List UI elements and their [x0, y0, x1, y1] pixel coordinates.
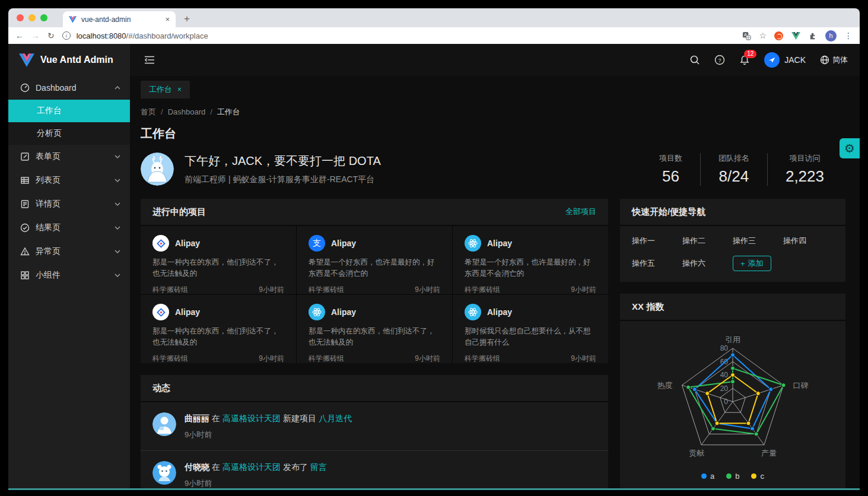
sidebar-item-exception[interactable]: 异常页 [8, 240, 130, 263]
search-icon[interactable] [689, 55, 700, 65]
radar-panel-title: XX 指数 [632, 301, 664, 313]
project-group[interactable]: 科学搬砖组 [152, 285, 188, 295]
quicknav-link-2[interactable]: 操作二 [682, 236, 733, 246]
breadcrumb: 首页/Dashboard/工作台 [141, 107, 845, 117]
project-name[interactable]: Alipay [331, 239, 356, 248]
reload-icon[interactable]: ↻ [47, 31, 55, 40]
project-card[interactable]: Alipay那是一种内在的东西，他们到达不了，也无法触及的科学搬砖组9小时前 [141, 226, 296, 294]
extensions-puzzle-icon[interactable] [808, 31, 818, 40]
gear-icon: ⚙ [844, 141, 855, 155]
quicknav-link-5[interactable]: 操作五 [632, 258, 682, 269]
address-bar[interactable]: i localhost:8080/#/dashboard/workplace [62, 31, 735, 40]
project-card[interactable]: Alipay那是一种内在的东西，他们到达不了，也无法触及的科学搬砖组9小时前 [141, 295, 296, 363]
project-card[interactable]: Alipay那是一种内在的东西，他们到达不了，也无法触及的科学搬砖组9小时前 [297, 295, 452, 363]
sidebar-menu: Dashboard 工作台 分析页 表单页 列表页 [8, 76, 130, 490]
activity-time: 9小时前 [185, 430, 354, 440]
app-logo[interactable]: Vue Antd Admin [8, 44, 130, 76]
radar-legend: abc [620, 472, 845, 481]
radar-chart-svg: 020406080引用口碑产量贡献热度 [620, 326, 845, 467]
project-group[interactable]: 科学搬砖组 [465, 285, 500, 295]
activity-group-link[interactable]: 高逼格设计天团 [222, 462, 281, 472]
quicknav-link-4[interactable]: 操作四 [783, 236, 834, 246]
menu-fold-icon[interactable] [144, 55, 155, 65]
stat-value: 8/24 [718, 167, 749, 186]
legend-item[interactable]: b [726, 472, 739, 481]
page-title: 工作台 [141, 126, 845, 142]
activity-user[interactable]: 付晓晓 [185, 462, 209, 472]
notifications-bell[interactable]: 12 [739, 55, 750, 65]
welcome-avatar [141, 152, 174, 186]
activity-verb: 发布了 [283, 462, 308, 472]
new-tab-button[interactable]: + [176, 13, 198, 27]
activity-target-link[interactable]: 留言 [310, 462, 327, 472]
back-icon[interactable]: ← [15, 31, 24, 40]
bookmark-star-icon[interactable]: ☆ [759, 31, 767, 40]
page-info-icon[interactable]: i [62, 31, 71, 40]
vue-devtools-icon[interactable] [791, 31, 800, 40]
project-group[interactable]: 科学搬砖组 [152, 354, 188, 364]
activity-user[interactable]: 曲丽丽 [185, 414, 209, 423]
browser-menu-icon[interactable]: ⋮ [844, 31, 853, 40]
atom-icon [465, 235, 481, 252]
browser-tab[interactable]: vue-antd-admin × [63, 11, 176, 27]
project-name[interactable]: Alipay [331, 307, 356, 317]
sidebar-item-form[interactable]: 表单页 [8, 145, 130, 168]
breadcrumb-home[interactable]: 首页 [141, 107, 156, 116]
forward-icon[interactable]: → [31, 31, 40, 40]
tab-close-icon[interactable]: × [165, 15, 170, 24]
add-button[interactable]: +添加 [733, 256, 771, 271]
legend-item[interactable]: c [751, 472, 764, 481]
project-name[interactable]: Alipay [175, 239, 200, 248]
project-name[interactable]: Alipay [487, 307, 512, 317]
sidebar-item-detail[interactable]: 详情页 [8, 192, 130, 216]
browser-profile-avatar[interactable]: h [825, 30, 837, 42]
legend-label: c [760, 472, 764, 481]
chevron-down-icon [115, 250, 120, 253]
sidebar-item-dashboard[interactable]: Dashboard [8, 76, 130, 100]
sidebar-item-result[interactable]: 结果页 [8, 216, 130, 240]
project-group[interactable]: 科学搬砖组 [309, 285, 344, 295]
url-path: /#/dashboard/workplace [126, 31, 208, 40]
legend-item[interactable]: a [701, 472, 714, 481]
legend-dot [751, 473, 756, 479]
project-desc: 那时候我只会想自己想要什么，从不想自己拥有什么 [465, 326, 596, 349]
project-name[interactable]: Alipay [175, 307, 200, 317]
close-window-button[interactable] [17, 14, 24, 21]
activity-group-link[interactable]: 高逼格设计天团 [222, 414, 281, 423]
atom-icon [465, 304, 481, 320]
sidebar-item-workplace[interactable]: 工作台 [8, 100, 130, 122]
quicknav-link-3[interactable]: 操作三 [733, 236, 783, 246]
stat-ranking: 团队排名 8/24 [700, 153, 767, 186]
zoom-window-button[interactable] [40, 14, 47, 21]
page-tab-workplace[interactable]: 工作台 × [141, 81, 190, 98]
sidebar-item-label: 表单页 [36, 151, 61, 162]
project-group[interactable]: 科学搬砖组 [309, 354, 344, 364]
notification-badge: 12 [744, 50, 756, 58]
project-card[interactable]: 支Alipay希望是一个好东西，也许是最好的，好东西是不会消亡的科学搬砖组9小时… [297, 226, 452, 294]
minimize-window-button[interactable] [28, 14, 36, 21]
quicknav-link-6[interactable]: 操作六 [682, 258, 733, 269]
sidebar-item-widgets[interactable]: 小组件 [8, 263, 130, 287]
sidebar-item-analysis[interactable]: 分析页 [8, 122, 130, 145]
help-icon[interactable]: ? [714, 55, 725, 65]
stats: 项目数 56 团队排名 8/24 项目访问 2,223 [641, 153, 845, 186]
browser-window: vue-antd-admin × + ← → ↻ i localhost:808… [8, 8, 860, 490]
project-card[interactable]: Alipay希望是一个好东西，也许是最好的，好东西是不会消亡的科学搬砖组9小时前 [453, 226, 608, 294]
breadcrumb-dashboard[interactable]: Dashboard [168, 107, 206, 116]
project-time: 9小时前 [571, 285, 596, 295]
project-card[interactable]: Alipay那时候我只会想自己想要什么，从不想自己拥有什么科学搬砖组9小时前 [453, 295, 608, 363]
user-menu[interactable]: JACK [764, 52, 806, 68]
project-name[interactable]: Alipay [487, 239, 512, 248]
translate-icon[interactable]: A文 [742, 31, 751, 40]
url-host: localhost:8080 [77, 31, 126, 40]
project-group[interactable]: 科学搬砖组 [465, 354, 500, 364]
settings-button[interactable]: ⚙ [840, 138, 860, 158]
all-projects-link[interactable]: 全部项目 [565, 206, 596, 217]
extension-orange-icon[interactable] [774, 31, 783, 40]
activity-target-link[interactable]: 八月迭代 [319, 414, 352, 423]
quicknav-link-1[interactable]: 操作一 [632, 236, 682, 246]
language-switcher[interactable]: 简体 [820, 55, 848, 65]
activity-panel-title: 动态 [152, 383, 170, 394]
page-tab-close-icon[interactable]: × [177, 85, 182, 94]
sidebar-item-list[interactable]: 列表页 [8, 168, 130, 192]
